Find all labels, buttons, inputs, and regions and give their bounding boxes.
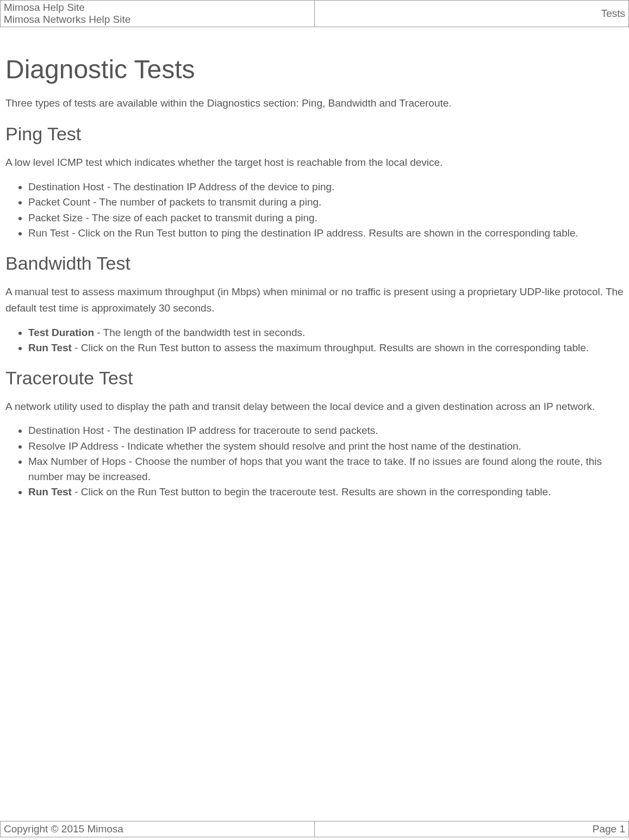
- page-header: Mimosa Help Site Mimosa Networks Help Si…: [0, 0, 629, 27]
- list-item-bold: Run Test: [28, 486, 72, 497]
- page-content: Diagnostic Tests Three types of tests ar…: [0, 27, 629, 500]
- list-item: Max Number of Hops - Choose the number o…: [28, 454, 624, 484]
- traceroute-description: A network utility used to display the pa…: [5, 399, 624, 415]
- list-item-text: Destination Host - The destination IP ad…: [28, 425, 378, 436]
- list-item: Test Duration - The length of the bandwi…: [28, 325, 624, 340]
- list-item: Run Test - Click on the Run Test button …: [28, 226, 624, 241]
- list-item-text: Destination Host - The destination IP Ad…: [28, 181, 334, 192]
- bandwidth-heading: Bandwidth Test: [5, 253, 624, 274]
- header-left-cell: Mimosa Help Site Mimosa Networks Help Si…: [1, 1, 315, 27]
- footer-page-number: Page 1: [315, 822, 629, 837]
- list-item: Destination Host - The destination IP Ad…: [28, 179, 624, 195]
- list-item: Packet Size - The size of each packet to…: [28, 210, 624, 226]
- list-item: Destination Host - The destination IP ad…: [28, 423, 624, 438]
- list-item-text: - Click on the Run Test button to begin …: [72, 486, 551, 497]
- list-item-bold: Test Duration: [28, 327, 94, 338]
- list-item: Resolve IP Address - Indicate whether th…: [28, 439, 624, 454]
- list-item: Packet Count - The number of packets to …: [28, 195, 624, 210]
- traceroute-heading: Traceroute Test: [5, 368, 624, 389]
- footer-copyright: Copyright © 2015 Mimosa: [1, 822, 315, 837]
- ping-heading: Ping Test: [5, 123, 624, 145]
- bandwidth-description: A manual test to assess maximum throughp…: [5, 284, 624, 317]
- list-item: Run Test - Click on the Run Test button …: [28, 340, 624, 356]
- list-item: Run Test - Click on the Run Test button …: [28, 484, 624, 500]
- page-title: Diagnostic Tests: [5, 54, 624, 84]
- header-site-title: Mimosa Help Site: [4, 2, 311, 14]
- header-site-subtitle: Mimosa Networks Help Site: [4, 14, 311, 26]
- list-item-text: - Click on the Run Test button to assess…: [72, 342, 589, 353]
- page-footer: Copyright © 2015 Mimosa Page 1: [0, 821, 629, 837]
- list-item-text: - The length of the bandwidth test in se…: [94, 327, 305, 338]
- list-item-text: Max Number of Hops - Choose the number o…: [28, 456, 602, 482]
- list-item-text: Packet Size - The size of each packet to…: [28, 212, 317, 223]
- bandwidth-list: Test Duration - The length of the bandwi…: [5, 325, 624, 356]
- list-item-text: Packet Count - The number of packets to …: [28, 196, 321, 208]
- list-item-text: Run Test - Click on the Run Test button …: [28, 227, 578, 239]
- traceroute-list: Destination Host - The destination IP ad…: [5, 423, 624, 500]
- header-right-cell: Tests: [315, 1, 629, 27]
- ping-list: Destination Host - The destination IP Ad…: [5, 179, 624, 241]
- list-item-text: Resolve IP Address - Indicate whether th…: [28, 440, 521, 452]
- list-item-bold: Run Test: [28, 342, 72, 353]
- intro-paragraph: Three types of tests are available withi…: [5, 95, 624, 111]
- ping-description: A low level ICMP test which indicates wh…: [5, 154, 624, 171]
- header-section-label: Tests: [601, 8, 625, 19]
